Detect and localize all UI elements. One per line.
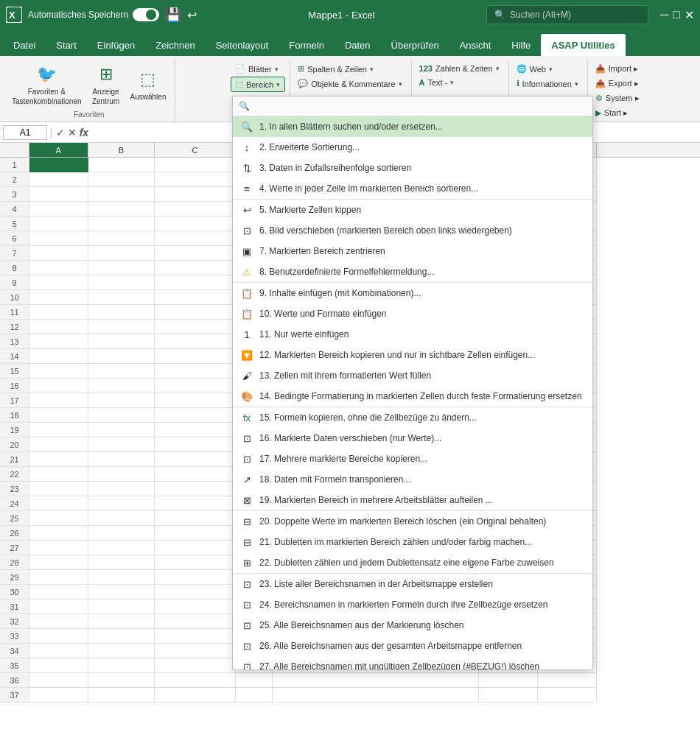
table-row[interactable] (88, 290, 155, 305)
table-row[interactable] (155, 379, 236, 393)
table-row[interactable] (29, 482, 88, 496)
dropdown-item[interactable]: ⊟21. Dubletten im markierten Bereich zäh… (233, 532, 592, 552)
table-row[interactable] (155, 467, 236, 482)
favoriten-tastenkombinationen-button[interactable]: 🐦 Favoriten &Tastenkombinationen (7, 62, 86, 109)
table-row[interactable] (538, 688, 597, 703)
table-row[interactable] (88, 423, 155, 437)
table-row[interactable] (155, 629, 236, 644)
dropdown-item[interactable]: 🔍1. In allen Blättern suchen und/oder er… (233, 116, 592, 137)
table-row[interactable] (155, 246, 236, 261)
table-row[interactable] (155, 511, 236, 526)
dropdown-search-input[interactable] (254, 101, 587, 111)
table-row[interactable] (88, 629, 155, 644)
cancel-formula-icon[interactable]: ✕ (68, 127, 77, 138)
table-row[interactable] (29, 261, 88, 275)
table-row[interactable] (155, 541, 236, 555)
table-row[interactable] (29, 599, 88, 614)
table-row[interactable] (88, 614, 155, 629)
function-icon[interactable]: fx (80, 127, 88, 138)
table-row[interactable] (155, 585, 236, 599)
table-row[interactable] (29, 334, 88, 349)
undo-icon[interactable]: ↩ (187, 8, 197, 22)
table-row[interactable] (88, 275, 155, 290)
table-row[interactable] (29, 231, 88, 246)
tab-ansicht[interactable]: Ansicht (449, 34, 502, 56)
zahlen-zeiten-button[interactable]: 123 Zahlen & Zeiten ▾ (415, 62, 504, 75)
table-row[interactable] (29, 452, 88, 467)
table-row[interactable] (29, 673, 88, 688)
table-row[interactable] (29, 437, 88, 452)
table-row[interactable] (29, 158, 88, 172)
system-button[interactable]: ⚙ System ▸ (591, 91, 644, 105)
tab-seitenlayout[interactable]: Seitenlayout (206, 34, 279, 56)
dropdown-item[interactable]: ⊡17. Mehrere markierte Bereiche kopieren… (233, 449, 592, 469)
dropdown-item[interactable]: 🖌13. Zellen mit ihrem formatierten Wert … (233, 365, 592, 386)
table-row[interactable] (155, 452, 236, 467)
dropdown-item[interactable]: ≡4. Werte in jeder Zelle im markierten B… (233, 178, 592, 199)
table-row[interactable] (88, 496, 155, 511)
dropdown-item[interactable]: ⊡27. Alle Bereichsnamen mit ungültigen Z… (233, 656, 592, 670)
anzeige-zentrum-button[interactable]: ⊞ AnzeigeZentrum (88, 62, 125, 109)
dropdown-item[interactable]: fx15. Formeln kopieren, ohne die Zellbez… (233, 407, 592, 428)
bereich-button[interactable]: ⬚ Bereich ▾ (231, 77, 285, 92)
dropdown-item[interactable]: ⇅3. Daten in Zufallsreihenfolge sortiere… (233, 158, 592, 178)
table-row[interactable] (88, 482, 155, 496)
table-row[interactable] (29, 467, 88, 482)
table-row[interactable] (88, 452, 155, 467)
dropdown-item[interactable]: ⊡26. Alle Bereichsnamen aus der gesamten… (233, 636, 592, 656)
dropdown-item[interactable]: 📋9. Inhalte einfügen (mit Kombinationen)… (233, 283, 592, 303)
table-row[interactable] (29, 305, 88, 320)
table-row[interactable] (273, 673, 479, 688)
table-row[interactable] (88, 585, 155, 599)
dropdown-item[interactable]: 111. Nur werte einfügen (233, 324, 592, 345)
table-row[interactable] (29, 614, 88, 629)
start-ribbon-button[interactable]: ▶ Start ▸ (591, 106, 644, 120)
export-button[interactable]: 📤 Export ▸ (591, 77, 644, 91)
table-row[interactable] (88, 320, 155, 334)
tab-asap[interactable]: ASAP Utilities (541, 34, 625, 56)
cell-reference-input[interactable] (3, 125, 47, 140)
table-row[interactable] (88, 570, 155, 585)
table-row[interactable] (155, 496, 236, 511)
table-row[interactable] (155, 305, 236, 320)
table-row[interactable] (29, 393, 88, 408)
dropdown-item[interactable]: 🔽12. Markierten Bereich kopieren und nur… (233, 345, 592, 365)
table-row[interactable] (155, 261, 236, 275)
objekte-button[interactable]: 💬 Objekte & Kommentare ▾ (293, 77, 406, 91)
table-row[interactable] (29, 275, 88, 290)
table-row[interactable] (236, 673, 273, 688)
table-row[interactable] (155, 599, 236, 614)
table-row[interactable] (29, 570, 88, 585)
informationen-button[interactable]: ℹ Informationen ▾ (512, 77, 583, 91)
tab-einfuegen[interactable]: Einfügen (87, 34, 145, 56)
table-row[interactable] (155, 364, 236, 379)
tab-formeln[interactable]: Formeln (279, 34, 335, 56)
table-row[interactable] (88, 526, 155, 541)
table-row[interactable] (88, 555, 155, 570)
table-row[interactable] (88, 334, 155, 349)
table-row[interactable] (236, 688, 273, 703)
table-row[interactable] (88, 673, 155, 688)
dropdown-item[interactable]: ⊞22. Dubletten zählen und jedem Dublette… (233, 552, 592, 573)
table-row[interactable] (155, 172, 236, 187)
table-row[interactable] (88, 467, 155, 482)
table-row[interactable] (88, 261, 155, 275)
col-header-c[interactable]: C (155, 143, 236, 157)
table-row[interactable] (88, 541, 155, 555)
table-row[interactable] (155, 275, 236, 290)
auswaehlen-button[interactable]: ⬚ Auswählen (126, 62, 171, 109)
table-row[interactable] (88, 408, 155, 423)
table-row[interactable] (29, 364, 88, 379)
dropdown-item[interactable]: ⊡23. Liste aller Bereichsnamen in der Ar… (233, 574, 592, 594)
table-row[interactable] (29, 555, 88, 570)
table-row[interactable] (155, 202, 236, 217)
table-row[interactable] (29, 172, 88, 187)
table-row[interactable] (155, 320, 236, 334)
spalten-zeilen-button[interactable]: ⊞ Spalten & Zeilen ▾ (293, 62, 406, 76)
dropdown-item[interactable]: ▣7. Markierten Bereich zentrieren (233, 241, 592, 261)
autosave-toggle[interactable] (133, 8, 159, 21)
table-row[interactable] (29, 511, 88, 526)
table-row[interactable] (88, 658, 155, 673)
table-row[interactable] (88, 437, 155, 452)
table-row[interactable] (155, 644, 236, 658)
